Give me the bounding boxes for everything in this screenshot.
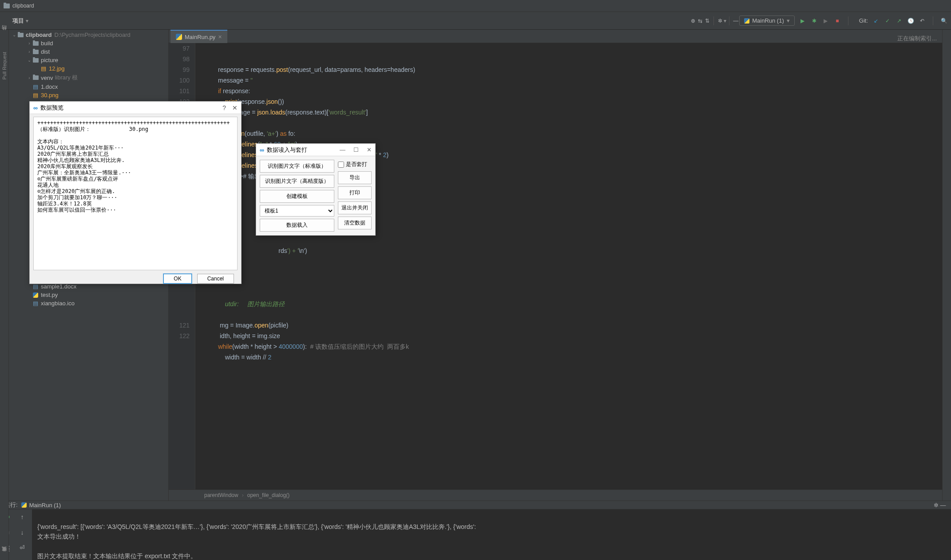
git-commit-icon[interactable]: ✓ (884, 17, 891, 24)
left-bottom-strip: 收藏夹 (0, 501, 9, 560)
tree-root[interactable]: ⌄ clipboard D:\PycharmProjects\clipboard (9, 31, 168, 39)
hide-icon[interactable]: — (732, 17, 739, 24)
exit-button[interactable]: 退出并关闭 (338, 201, 372, 214)
python-icon (744, 18, 749, 24)
tree-item[interactable]: ▤12.jpg (9, 64, 168, 73)
ocr-standard-button[interactable]: 识别图片文字（标准版） (260, 160, 334, 173)
python-icon (21, 502, 27, 508)
dialog-titlebar[interactable]: ∞ 数据预览 ? ✕ (30, 102, 241, 114)
window-title: clipboard (12, 3, 34, 9)
git-label: Git: (859, 17, 868, 24)
tree-item[interactable]: ›build (9, 39, 168, 47)
chevron-down-icon[interactable]: ▾ (724, 18, 726, 24)
revert-icon[interactable]: ↶ (919, 17, 926, 24)
tree-root-path: D:\PycharmProjects\clipboard (55, 32, 131, 38)
export-button[interactable]: 导出 (338, 171, 372, 184)
folder-icon (4, 4, 10, 8)
tree-item[interactable]: ▤30.png (9, 91, 168, 99)
python-icon (176, 34, 182, 40)
collapse-icon[interactable]: ⇆ (697, 17, 704, 24)
chevron-down-icon: ▾ (787, 17, 790, 24)
cancel-button[interactable]: Cancel (197, 274, 234, 284)
breadcrumb: parentWindow › open_file_dialog() (169, 489, 942, 501)
run-header: 运行: MainRun (1) ✲ — (0, 501, 951, 509)
main-toolbar: 项目 ▾ ⊕ ⇆ ⇅ ✲ ▾ — MainRun (1) ▾ ▶ ✱ ▶ ■ G… (0, 12, 951, 30)
editor-tabs: MainRun.py × 正在编制索引... (169, 30, 942, 43)
run-config-name: MainRun (1) (29, 502, 61, 509)
indexing-status: 正在编制索引... (897, 35, 937, 43)
right-tool-strip (942, 30, 951, 501)
stop-icon[interactable]: ■ (834, 17, 841, 24)
git-update-icon[interactable]: ↙ (872, 17, 880, 24)
dialog-title: 数据预览 (40, 104, 63, 112)
tree-item[interactable]: ›dist (9, 47, 168, 56)
dialog-titlebar[interactable]: ∞ 数据读入与套打 — ☐ ✕ (256, 144, 375, 156)
search-icon[interactable]: 🔍 (940, 17, 947, 24)
editor-tab-label: MainRun.py (185, 34, 215, 40)
run-config-label: MainRun (1) (752, 17, 784, 24)
run-config-selector[interactable]: MainRun (1) ▾ (739, 16, 795, 26)
tree-root-label: clipboard (26, 32, 52, 38)
preview-textarea[interactable]: ++++++++++++++++++++++++++++++++++++++++… (33, 117, 238, 270)
run-icon[interactable]: ▶ (799, 17, 806, 24)
breadcrumb-item[interactable]: open_file_dialog() (247, 492, 289, 498)
load-data-button[interactable]: 数据载入 (260, 219, 334, 232)
tree-item[interactable]: ▤1.docx (9, 83, 168, 91)
delete-icon[interactable]: 🗑 (17, 558, 27, 560)
window-title-bar: clipboard (0, 0, 951, 12)
hide-panel-icon[interactable]: — (939, 501, 947, 509)
coverage-icon[interactable]: ▶ (822, 17, 829, 24)
pull-request-tab[interactable]: Pull Request (2, 52, 7, 79)
git-push-icon[interactable]: ↗ (896, 17, 903, 24)
overlay-checkbox-label: 是否套打 (346, 161, 367, 168)
maximize-icon[interactable]: ☐ (353, 146, 359, 153)
tree-item[interactable]: test.py (9, 291, 168, 299)
expand-icon[interactable]: ⇅ (704, 17, 711, 24)
close-icon[interactable]: × (218, 33, 222, 40)
overlay-checkbox[interactable]: 是否套打 (338, 160, 372, 169)
project-label: 项目 (12, 17, 24, 25)
tree-item[interactable]: ⌄picture (9, 56, 168, 64)
ok-button[interactable]: OK (163, 274, 191, 284)
down-icon[interactable]: ↓ (17, 528, 27, 537)
settings-icon[interactable]: ✲ (717, 17, 724, 24)
help-icon[interactable]: ? (222, 104, 226, 111)
clear-button[interactable]: 清空数据 (338, 217, 372, 229)
data-load-dialog: ∞ 数据读入与套打 — ☐ ✕ 识别图片文字（标准版） 识别图片文字（高精度版）… (256, 143, 376, 236)
data-preview-dialog: ∞ 数据预览 ? ✕ +++++++++++++++++++++++++++++… (29, 101, 242, 284)
app-logo-icon: ∞ (260, 146, 264, 154)
tree-item[interactable]: ›venvlibrary 根 (9, 73, 168, 83)
print-button[interactable]: 打印 (338, 186, 372, 199)
close-icon[interactable]: ✕ (367, 146, 372, 153)
left-tool-strip: 结构 Pull Request (0, 30, 9, 501)
dialog-title: 数据读入与套打 (267, 146, 307, 154)
up-icon[interactable]: ↑ (17, 512, 27, 522)
dropdown-icon[interactable]: ▾ (26, 18, 28, 24)
breadcrumb-item[interactable]: parentWindow (204, 492, 238, 498)
editor-tab[interactable]: MainRun.py × (170, 30, 227, 43)
wrap-icon[interactable]: ⏎ (17, 543, 27, 552)
template-select[interactable]: 模板1 (260, 205, 334, 217)
app-logo-icon: ∞ (33, 104, 38, 111)
tree-item[interactable]: ▤xiangbiao.ico (9, 299, 168, 308)
create-template-button[interactable]: 创建模板 (260, 190, 334, 203)
editor-body[interactable]: 979899100101102103104105106107 121122 re… (169, 43, 942, 489)
run-panel: 运行: MainRun (1) ✲ — ↻ ↑ ■ ↓ ⪐ ⏎ 🖶 🗑 {'wo… (0, 501, 951, 560)
run-output[interactable]: {'words_result': [{'words': 'A3/Q5L/Q2L等… (32, 509, 951, 560)
minimize-icon[interactable]: — (340, 146, 345, 153)
editor-area: MainRun.py × 正在编制索引... 97989910010110210… (169, 30, 942, 501)
code-view[interactable]: response = requests.post(request_url, da… (195, 43, 942, 489)
ocr-high-button[interactable]: 识别图片文字（高精度版） (260, 175, 334, 188)
close-icon[interactable]: ✕ (232, 104, 238, 111)
debug-icon[interactable]: ✱ (811, 17, 818, 24)
gear-icon[interactable]: ✲ (932, 501, 939, 509)
overlay-checkbox-input[interactable] (338, 162, 344, 168)
target-icon[interactable]: ⊕ (689, 17, 697, 24)
git-history-icon[interactable]: 🕓 (907, 17, 914, 24)
